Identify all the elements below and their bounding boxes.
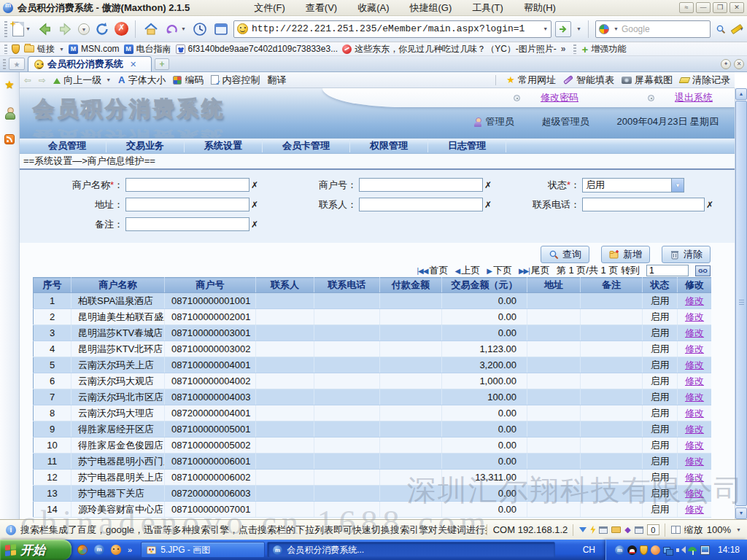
language-indicator[interactable]: CH xyxy=(583,545,595,555)
new-tab-button[interactable]: ▼ xyxy=(11,19,32,39)
quicklaunch-overflow-chevron[interactable]: » xyxy=(128,545,132,554)
status-select[interactable]: 启用 xyxy=(582,178,684,192)
bookmark-links-folder[interactable]: 链接▼ xyxy=(24,43,64,55)
edit-link[interactable]: 修改 xyxy=(685,359,704,370)
change-password-link[interactable]: 修改密码 xyxy=(541,91,578,104)
menu-item[interactable]: 快捷组(G) xyxy=(400,1,460,15)
history-dropdown-button[interactable]: ▼ xyxy=(78,23,90,35)
maxthon-tray-icon[interactable]: m xyxy=(615,545,624,555)
edit-link[interactable]: 修改 xyxy=(685,392,704,402)
volume-icon[interactable] xyxy=(676,545,685,555)
goto-page-input[interactable] xyxy=(646,265,689,276)
font-size-button[interactable]: A 字体大小 xyxy=(118,74,166,87)
download-icon[interactable] xyxy=(579,527,587,536)
bookmark-hash[interactable]: 6f3140bde9aae7c402d109c73833e3... xyxy=(176,44,338,54)
menu-item[interactable]: 工具(T) xyxy=(463,1,512,15)
nav-item[interactable]: 会员管理 xyxy=(28,139,107,152)
last-page-button[interactable]: ▶▶|尾页 xyxy=(519,264,550,277)
vertical-scrollbar[interactable]: ▲ ▼ xyxy=(735,88,747,519)
display-settings-icon[interactable] xyxy=(700,545,710,555)
network-icon[interactable] xyxy=(663,545,673,555)
nav-item[interactable]: 权限管理 xyxy=(350,139,428,152)
favorites-panel-button[interactable] xyxy=(9,58,25,70)
messenger-icon[interactable] xyxy=(651,545,660,555)
stop-icon[interactable] xyxy=(115,22,128,36)
clear-field-icon[interactable]: ✗ xyxy=(484,180,493,190)
task-member-system[interactable]: m 会员积分消费系统... xyxy=(267,542,555,558)
favorites-shield-icon[interactable] xyxy=(12,44,20,54)
edit-link[interactable]: 修改 xyxy=(685,456,704,467)
menu-item[interactable]: 查看(V) xyxy=(297,1,346,15)
media-player-icon[interactable] xyxy=(77,545,88,555)
add-button[interactable]: 新增 xyxy=(601,246,650,263)
edit-link[interactable]: 修改 xyxy=(685,408,704,419)
clear-field-icon[interactable]: ✗ xyxy=(484,200,493,210)
merchant-no-input[interactable] xyxy=(359,178,483,192)
edit-link[interactable]: 修改 xyxy=(685,424,704,435)
menu-item[interactable]: 帮助(H) xyxy=(515,1,565,15)
collapse-toolbar-button[interactable]: ≈ xyxy=(679,2,694,13)
note-input[interactable] xyxy=(125,217,249,231)
favorites-star-icon[interactable]: ★ xyxy=(4,78,14,91)
clear-field-icon[interactable]: ✗ xyxy=(706,200,715,210)
content-control-button[interactable]: 内容控制 xyxy=(211,74,260,87)
search-go-button[interactable] xyxy=(714,19,727,39)
clear-field-icon[interactable]: ✗ xyxy=(251,200,260,210)
scroll-down-icon[interactable]: ▼ xyxy=(735,508,747,519)
logout-link[interactable]: 退出系统 xyxy=(675,91,713,104)
phone-input[interactable] xyxy=(582,198,705,211)
toolbar-gripper[interactable] xyxy=(4,21,7,37)
tools-round-button[interactable]: ✦ xyxy=(721,59,731,69)
url-input[interactable] xyxy=(252,23,538,34)
bookmark-food-photos[interactable]: 这些东东，你见过几种吃过几味？（YC）-图片照片- xyxy=(342,43,557,55)
query-button[interactable]: 查询 xyxy=(541,246,589,263)
clear-field-icon[interactable]: ✗ xyxy=(251,219,260,230)
menu-item[interactable]: 收藏(A) xyxy=(349,1,398,15)
enhance-features-button[interactable]: + 增强功能 xyxy=(582,43,627,55)
up-level-button[interactable]: 向上一级▼ xyxy=(53,74,111,87)
task-paint[interactable]: 5.JPG - 画图 xyxy=(141,542,265,558)
edit-link[interactable]: 修改 xyxy=(685,488,704,499)
address-input[interactable] xyxy=(125,198,249,211)
bookmarks-gripper[interactable] xyxy=(4,44,7,54)
zoom-control[interactable]: 缩放 100% ▼ xyxy=(665,524,741,537)
edit-link[interactable]: 修改 xyxy=(685,343,704,354)
merchant-name-input[interactable] xyxy=(125,178,249,192)
encoding-button[interactable]: 编码 xyxy=(173,74,204,87)
edit-link[interactable]: 修改 xyxy=(685,311,704,322)
back-button[interactable] xyxy=(36,19,53,39)
restore-button[interactable]: ❒ xyxy=(713,2,727,13)
clear-history-button[interactable]: 清除记录 xyxy=(680,74,730,87)
home-button[interactable] xyxy=(142,19,160,39)
smart-fill-button[interactable]: 智能填表 xyxy=(563,74,614,87)
nav-item[interactable]: 会员卡管理 xyxy=(263,139,350,152)
security-shield-icon[interactable] xyxy=(640,545,648,555)
bookmark-msn[interactable]: M MSN.com xyxy=(69,44,120,54)
go-button[interactable] xyxy=(555,21,571,37)
first-page-button[interactable]: |◀◀首页 xyxy=(417,264,448,277)
account-person-icon[interactable] xyxy=(4,107,15,118)
edit-link[interactable]: 修改 xyxy=(685,472,704,483)
contact-input[interactable] xyxy=(359,198,483,211)
scrollbar-thumb[interactable] xyxy=(735,101,747,506)
common-sites-button[interactable]: ★ 常用网址 xyxy=(506,74,556,87)
nav-item[interactable]: 交易业务 xyxy=(107,139,185,152)
edit-link[interactable]: 修改 xyxy=(685,327,704,338)
close-round-button[interactable]: ✕ xyxy=(734,59,744,69)
address-bar[interactable]: ▼ xyxy=(233,20,551,38)
url-dropdown-icon[interactable]: ▼ xyxy=(543,26,548,31)
edit-link[interactable]: 修改 xyxy=(685,295,704,306)
scroll-up-icon[interactable]: ▲ xyxy=(735,88,747,100)
blocked-popup-icon[interactable] xyxy=(635,526,643,534)
clear-button[interactable]: 清除 xyxy=(662,246,711,263)
flash-filter-icon[interactable] xyxy=(590,526,595,534)
plugin-diamond-icon[interactable]: ◆ xyxy=(624,525,630,534)
nav-item[interactable]: 日志管理 xyxy=(428,139,506,152)
tiger-app-icon[interactable] xyxy=(111,545,121,555)
tab-close-icon[interactable]: ✕ xyxy=(130,60,136,69)
forward-button[interactable] xyxy=(57,19,74,39)
window-list-button[interactable] xyxy=(212,19,230,39)
undo-button[interactable]: ▼ xyxy=(163,19,187,39)
nav-item[interactable]: 系统设置 xyxy=(185,139,263,152)
folder-status-icon[interactable] xyxy=(611,526,621,533)
